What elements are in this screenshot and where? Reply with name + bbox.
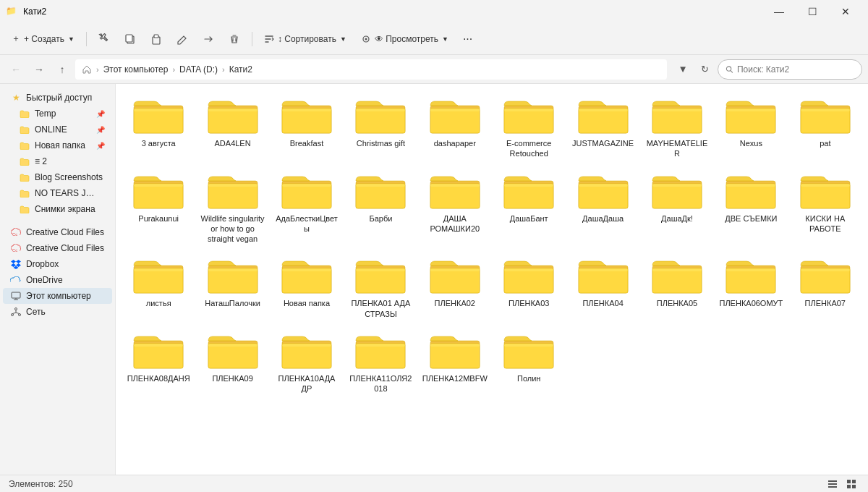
- up-button[interactable]: ↑: [52, 59, 72, 80]
- folder-item[interactable]: 3 августа: [123, 91, 194, 164]
- folder-item[interactable]: КИСКИ НА РАБОТЕ: [790, 166, 861, 249]
- svg-rect-59: [504, 184, 553, 208]
- folder-item[interactable]: ДашаБант: [493, 166, 564, 249]
- folder-item[interactable]: ПЛЕНКА11ОЛЯ2018: [345, 326, 416, 399]
- sidebar-label-computer: Этот компьютер: [26, 291, 91, 301]
- close-button[interactable]: ✕: [829, 0, 862, 23]
- folder-item[interactable]: листья: [123, 251, 194, 323]
- refresh-button[interactable]: ↻: [694, 59, 715, 80]
- folder-item[interactable]: ADA4LEN: [197, 91, 268, 164]
- delete-button[interactable]: [223, 30, 246, 48]
- folder-icon: [354, 255, 407, 296]
- sidebar-item-this-computer[interactable]: Этот компьютер: [3, 288, 112, 304]
- folder-item[interactable]: dashapaper: [420, 91, 490, 164]
- folder-name: ДАША РОМАШКИ20: [422, 213, 488, 234]
- folder-item[interactable]: ПЛЕНКА08ДАНЯ: [123, 326, 194, 399]
- sidebar-item-notears[interactable]: NO TEARS JUST M...: [3, 185, 112, 201]
- folder-name: ПЛЕНКА08ДАНЯ: [127, 373, 190, 383]
- folder-item[interactable]: Breakfast: [271, 91, 342, 164]
- folder-item[interactable]: ПЛЕНКА05: [642, 251, 712, 323]
- minimize-button[interactable]: —: [762, 0, 796, 23]
- folder-item[interactable]: ДашаДк!: [642, 166, 712, 249]
- folder-item[interactable]: JUSTMAGAZINE: [567, 91, 638, 164]
- svg-rect-111: [282, 344, 331, 347]
- sort-button[interactable]: ↕ Сортировать ▼: [258, 30, 352, 48]
- more-button[interactable]: ···: [457, 29, 478, 49]
- folder-item[interactable]: Wildlife singularity or how to go straig…: [197, 166, 268, 249]
- folder-item[interactable]: Барби: [345, 166, 416, 249]
- sidebar-item-temp[interactable]: Temp 📌: [3, 106, 112, 122]
- folder-item[interactable]: ПЛЕНКА03: [493, 251, 564, 323]
- svg-rect-42: [801, 109, 850, 111]
- folder-item[interactable]: Nexus: [715, 91, 786, 164]
- folder-icon-screenshots: [19, 203, 30, 215]
- sidebar-item-creative1[interactable]: Cc Creative Cloud Files: [3, 224, 112, 240]
- paste-button[interactable]: [145, 30, 168, 48]
- folder-item[interactable]: ПЛЕНКА12MBFW: [420, 326, 490, 399]
- grid-view-button[interactable]: [843, 476, 859, 492]
- folder-item[interactable]: НаташПалочки: [197, 251, 268, 323]
- folder-name: pat: [820, 138, 830, 148]
- sidebar-label-new-folder: Новая папка: [35, 140, 85, 150]
- folder-item[interactable]: ДашаДаша: [567, 166, 638, 249]
- folder-item[interactable]: E-commerce Retouched: [493, 91, 564, 164]
- sidebar-item-onedrive[interactable]: OneDrive: [3, 272, 112, 288]
- folder-name: листья: [146, 298, 171, 308]
- sidebar-label-screenshots: Снимки экрана: [35, 204, 95, 214]
- view-button[interactable]: 👁 Просмотреть ▼: [355, 30, 454, 48]
- folder-item[interactable]: АдаБлесткиЦветы: [271, 166, 342, 249]
- folder-name: ПЛЕНКА12MBFW: [422, 373, 488, 383]
- folder-item[interactable]: ПЛЕНКА06ОМУТ: [715, 251, 786, 323]
- folder-item[interactable]: ПЛЕНКА09: [197, 326, 268, 399]
- folder-item[interactable]: ПЛЕНКА02: [420, 251, 490, 323]
- folder-item[interactable]: Полин: [493, 326, 564, 399]
- folder-icon: [503, 331, 555, 371]
- list-view-button[interactable]: [825, 476, 841, 492]
- sidebar-item-blog[interactable]: Blog Screenshots: [3, 169, 112, 185]
- folder-item[interactable]: ДАША РОМАШКИ20: [420, 166, 490, 249]
- search-box[interactable]: [718, 59, 862, 80]
- sidebar-item-2[interactable]: ≡ 2: [3, 153, 112, 169]
- rename-button[interactable]: [171, 30, 194, 48]
- sidebar-item-dropbox[interactable]: Dropbox: [3, 256, 112, 272]
- folder-icon: [651, 96, 703, 136]
- copy-button[interactable]: [119, 30, 142, 48]
- svg-rect-23: [356, 109, 405, 133]
- sidebar-item-new-folder[interactable]: Новая папка 📌: [3, 137, 112, 153]
- search-input[interactable]: [737, 64, 854, 75]
- sidebar-item-quick-access[interactable]: ★ Быстрый доступ: [3, 90, 112, 106]
- sidebar-item-network[interactable]: Сеть: [3, 304, 112, 320]
- folder-item[interactable]: ПЛЕНКА07: [790, 251, 861, 323]
- folder-icon: [281, 96, 333, 136]
- address-box[interactable]: › Этот компьютер › DATA (D:) › Кати2: [75, 59, 667, 80]
- folder-item[interactable]: ПЛЕНКА10АДА ДР: [271, 326, 342, 399]
- svg-rect-123: [828, 486, 837, 488]
- back-button[interactable]: ←: [6, 59, 26, 80]
- create-button[interactable]: ＋ + Создать ▼: [6, 29, 80, 48]
- folder-item[interactable]: Новая папка: [271, 251, 342, 323]
- forward-button[interactable]: →: [29, 59, 49, 80]
- folder-item[interactable]: ДВЕ СЪЕМКИ: [715, 166, 786, 249]
- rename-icon: [176, 33, 188, 45]
- svg-rect-126: [847, 485, 851, 488]
- svg-rect-48: [208, 184, 258, 187]
- sidebar-item-screenshots[interactable]: Снимки экрана: [3, 201, 112, 217]
- cut-button[interactable]: [93, 30, 116, 48]
- folder-item[interactable]: ПЛЕНКА01 АДА СТРАЗЫ: [345, 251, 416, 323]
- svg-rect-24: [356, 109, 405, 111]
- folder-icon: [207, 331, 259, 371]
- svg-rect-14: [134, 109, 183, 133]
- maximize-button[interactable]: ☐: [796, 0, 829, 23]
- folder-item[interactable]: MAYHEMATELIER: [642, 91, 712, 164]
- view-controls: [825, 476, 859, 492]
- folder-item[interactable]: ПЛЕНКА04: [567, 251, 638, 323]
- sidebar-item-online[interactable]: ONLINE 📌: [3, 122, 112, 137]
- folder-icon: [577, 255, 629, 296]
- dropdown-button[interactable]: ▼: [673, 59, 693, 80]
- folder-item[interactable]: Purakaunui: [123, 166, 194, 249]
- svg-rect-39: [726, 109, 775, 111]
- move-button[interactable]: [197, 30, 220, 48]
- folder-item[interactable]: Christmas gift: [345, 91, 416, 164]
- folder-item[interactable]: pat: [790, 91, 861, 164]
- sidebar-item-creative2[interactable]: Cc Creative Cloud Files: [3, 240, 112, 256]
